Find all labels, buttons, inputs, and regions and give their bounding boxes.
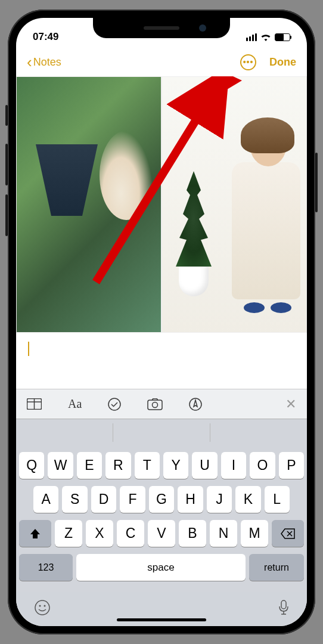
key-row-4: 123 space return — [19, 554, 304, 581]
photo-child — [226, 117, 303, 320]
ellipsis-icon: ••• — [243, 57, 254, 67]
emoji-key[interactable] — [34, 599, 51, 618]
key-t[interactable]: T — [135, 452, 160, 479]
home-indicator[interactable] — [117, 618, 206, 621]
svg-point-10 — [35, 600, 49, 615]
notch — [93, 18, 230, 38]
key-u[interactable]: U — [192, 452, 217, 479]
volume-down-button — [5, 194, 8, 236]
front-camera — [199, 24, 206, 32]
key-w[interactable]: W — [48, 452, 73, 479]
battery-icon — [275, 33, 290, 41]
return-key[interactable]: return — [249, 554, 304, 581]
software-keyboard: Q W E R T Y U I O P A S D F G H — [16, 446, 307, 592]
svg-point-8 — [153, 402, 158, 407]
key-h[interactable]: H — [178, 486, 203, 513]
key-o[interactable]: O — [250, 452, 275, 479]
text-cursor — [28, 342, 29, 356]
key-v[interactable]: V — [148, 520, 175, 547]
chevron-left-icon: ‹ — [27, 53, 32, 72]
predictive-slot-1[interactable] — [16, 423, 113, 442]
more-options-button[interactable]: ••• — [240, 54, 256, 70]
checklist-icon[interactable] — [108, 398, 121, 411]
key-f[interactable]: F — [120, 486, 145, 513]
photo-tree — [173, 177, 215, 296]
note-content-area[interactable] — [16, 76, 307, 389]
key-s[interactable]: S — [62, 486, 87, 513]
key-p[interactable]: P — [279, 452, 304, 479]
cellular-signal-icon — [246, 33, 257, 41]
close-toolbar-icon[interactable]: ✕ — [285, 397, 296, 412]
predictive-slot-3[interactable] — [210, 423, 307, 442]
table-icon[interactable] — [27, 398, 42, 410]
svg-point-12 — [44, 605, 46, 607]
predictive-slot-2[interactable] — [113, 423, 210, 442]
keyboard-toolbar: Aa ✕ — [16, 389, 307, 419]
text-format-icon[interactable]: Aa — [68, 397, 82, 411]
scanned-photo-2[interactable] — [162, 76, 307, 333]
back-label: Notes — [33, 56, 61, 69]
key-g[interactable]: G — [149, 486, 174, 513]
wifi-icon — [260, 33, 271, 41]
svg-point-6 — [108, 398, 120, 410]
key-c[interactable]: C — [117, 520, 144, 547]
phone-device-frame: 07:49 ‹ Notes ••• Done — [8, 10, 315, 634]
key-b[interactable]: B — [179, 520, 206, 547]
camera-icon[interactable] — [147, 398, 163, 410]
key-i[interactable]: I — [221, 452, 246, 479]
numbers-key[interactable]: 123 — [19, 554, 73, 581]
scanned-photos-attachment[interactable] — [16, 76, 307, 333]
key-e[interactable]: E — [77, 452, 102, 479]
power-button — [315, 153, 318, 212]
emoji-icon — [34, 599, 51, 616]
key-j[interactable]: J — [207, 486, 232, 513]
svg-point-11 — [39, 605, 41, 607]
speaker — [144, 26, 179, 30]
navigation-bar: ‹ Notes ••• Done — [16, 48, 307, 76]
microphone-icon — [278, 599, 289, 616]
key-row-2: A S D F G H J K L — [19, 486, 304, 513]
scanned-photo-1[interactable] — [16, 76, 162, 333]
key-a[interactable]: A — [33, 486, 58, 513]
back-button[interactable]: ‹ Notes — [27, 53, 61, 72]
volume-up-button — [5, 144, 8, 185]
status-time: 07:49 — [33, 31, 58, 43]
backspace-key[interactable] — [272, 520, 304, 547]
backspace-icon — [281, 528, 295, 539]
dictation-key[interactable] — [278, 599, 289, 618]
key-row-3: Z X C V B N M — [19, 520, 304, 547]
key-d[interactable]: D — [91, 486, 116, 513]
key-y[interactable]: Y — [163, 452, 188, 479]
mute-switch — [5, 105, 8, 126]
key-x[interactable]: X — [86, 520, 113, 547]
space-key[interactable]: space — [76, 554, 246, 581]
key-r[interactable]: R — [105, 452, 131, 479]
screen: 07:49 ‹ Notes ••• Done — [16, 18, 307, 626]
key-k[interactable]: K — [235, 486, 260, 513]
predictive-text-bar — [16, 419, 307, 446]
key-n[interactable]: N — [210, 520, 237, 547]
shift-icon — [29, 528, 41, 539]
keyboard-area: Aa ✕ Q W — [16, 389, 307, 626]
done-button[interactable]: Done — [269, 56, 296, 69]
markup-icon[interactable] — [189, 398, 202, 411]
key-row-1: Q W E R T Y U I O P — [19, 452, 304, 479]
shift-key[interactable] — [19, 520, 51, 547]
svg-rect-7 — [148, 400, 162, 410]
key-m[interactable]: M — [241, 520, 268, 547]
key-l[interactable]: L — [265, 486, 290, 513]
key-z[interactable]: Z — [55, 520, 82, 547]
svg-rect-13 — [281, 600, 286, 609]
key-q[interactable]: Q — [19, 452, 44, 479]
